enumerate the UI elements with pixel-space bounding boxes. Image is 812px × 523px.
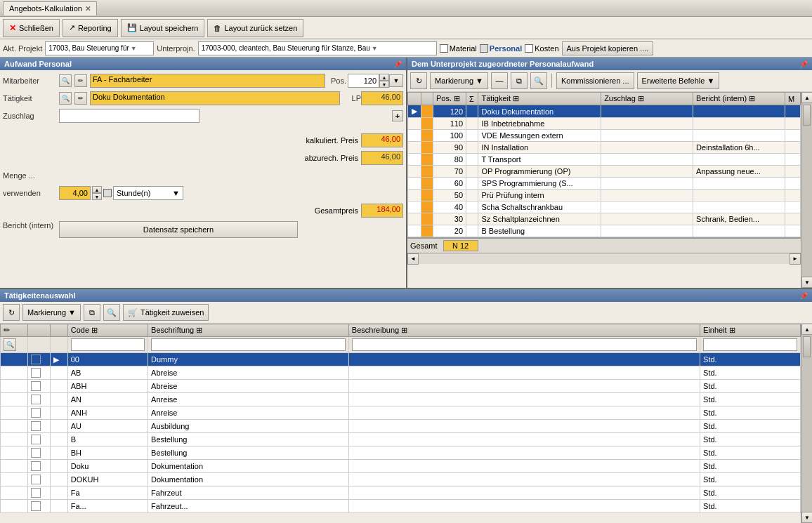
- bottom-grid-row[interactable]: Fa Fahrzeut Std.: [1, 486, 801, 500]
- col-zuschlag-header[interactable]: Zuschlag ⊞: [601, 93, 693, 105]
- mitarbeiter-field[interactable]: FA - Facharbeiter: [90, 74, 325, 88]
- kommissionieren-button[interactable]: Kommissionieren ...: [556, 72, 634, 89]
- bottom-row-checkbox[interactable]: [31, 461, 41, 471]
- personal-checkbox[interactable]: [480, 44, 488, 53]
- bottom-row-checkbox[interactable]: [31, 408, 41, 418]
- taetigkeit-field[interactable]: Doku Dokumentation: [90, 91, 340, 105]
- bottom-row-checkbox[interactable]: [31, 435, 41, 444]
- bottom-row-checkbox[interactable]: [31, 475, 41, 484]
- pos-field[interactable]: [348, 74, 379, 88]
- bottom-row-checkbox[interactable]: [31, 381, 41, 391]
- scroll-left[interactable]: ◄: [407, 253, 419, 265]
- akt-projekt-combo[interactable]: 17003, Bau Steuerung für ▼: [45, 41, 154, 55]
- right-grid-row[interactable]: 70 OP Programmierung (OP) Anpassung neue…: [408, 166, 801, 178]
- bottom-row-checkbox[interactable]: [31, 501, 41, 511]
- scroll-down-btn[interactable]: ▼: [801, 277, 812, 288]
- bottom-grid-row[interactable]: ANH Anreise Std.: [1, 406, 801, 420]
- col-beschreibung-header[interactable]: Beschreibung ⊞: [348, 324, 700, 337]
- bottom-grid-row[interactable]: AB Abreise Std.: [1, 366, 801, 380]
- mitarbeiter-search-icon[interactable]: 🔍: [59, 74, 72, 87]
- scroll-right[interactable]: ►: [790, 253, 801, 265]
- unterproj-combo[interactable]: 17003-000, cleantech, Bau Steuerung für …: [198, 41, 437, 55]
- bottom-markierung-button[interactable]: Markierung ▼: [22, 304, 81, 321]
- bottom-scrollbar-v[interactable]: ▲ ▼: [801, 324, 812, 523]
- mitarbeiter-edit-icon[interactable]: ✏: [74, 74, 87, 87]
- bottom-scroll-down[interactable]: ▼: [801, 512, 812, 523]
- menge-down[interactable]: ▼: [92, 193, 102, 200]
- bottom-grid-row[interactable]: Doku Dokumentation Std.: [1, 460, 801, 473]
- bottom-panel-pin[interactable]: 📌: [799, 292, 808, 300]
- right-panel-pin[interactable]: 📌: [799, 60, 808, 68]
- bottom-row-checkbox[interactable]: [31, 448, 41, 458]
- right-grid-row[interactable]: 60 SPS Programmierung (S...: [408, 178, 801, 190]
- scroll-up-btn[interactable]: ▲: [801, 92, 812, 103]
- right-grid-row[interactable]: 30 Sz Schaltplanzeichnen Schrank, Bedien…: [408, 213, 801, 225]
- datensatz-save-button[interactable]: Datensatz speichern: [59, 221, 298, 238]
- right-grid-row[interactable]: 50 Prü Prüfung intern: [408, 190, 801, 201]
- refresh-button[interactable]: ↻: [410, 72, 427, 89]
- taetigkeit-zuweisen-button[interactable]: 🛒 Tätigkeit zuweisen: [123, 304, 209, 321]
- bottom-scroll-thumb[interactable]: [803, 336, 811, 357]
- aus-projekt-button[interactable]: Aus Projekt kopieren ....: [562, 41, 654, 55]
- copy-button[interactable]: ⧉: [511, 72, 528, 89]
- right-grid-row[interactable]: 110 IB Inbetriebnahme: [408, 118, 801, 130]
- bottom-row-checkbox[interactable]: [31, 395, 41, 404]
- kosten-checkbox[interactable]: [525, 44, 533, 53]
- pos-dropdown[interactable]: ▼: [389, 74, 403, 87]
- menge-field[interactable]: [59, 186, 91, 200]
- col-bericht-header[interactable]: Bericht (intern) ⊞: [693, 93, 785, 105]
- right-scrollbar-v[interactable]: ▲ ▼: [801, 92, 812, 288]
- material-check[interactable]: Material: [440, 44, 477, 53]
- right-grid-row[interactable]: 80 T Transport: [408, 154, 801, 166]
- einheit-combo[interactable]: Stunde(n) ▼: [113, 186, 183, 200]
- markierung-button[interactable]: Markierung ▼: [430, 72, 488, 89]
- pos-spinner[interactable]: ▲ ▼: [379, 74, 389, 88]
- pos-up[interactable]: ▲: [379, 74, 389, 81]
- menge-spinner[interactable]: ▲ ▼: [92, 186, 102, 200]
- einheit-filter-input[interactable]: [703, 338, 797, 351]
- bottom-grid-row[interactable]: Fa... Fahrzeut... Std.: [1, 500, 801, 513]
- title-tab-close[interactable]: ✕: [85, 5, 91, 13]
- right-grid-row[interactable]: 100 VDE Messungen extern: [408, 130, 801, 142]
- bottom-scroll-up[interactable]: ▲: [801, 324, 812, 335]
- right-grid-row[interactable]: ▶ 120 Doku Dokumentation: [408, 105, 801, 118]
- search-button[interactable]: 🔍: [530, 72, 547, 89]
- col-pos-header[interactable]: Pos. ⊞: [433, 93, 466, 105]
- bottom-refresh-button[interactable]: ↻: [3, 304, 20, 321]
- right-scroll-h[interactable]: ◄ ►: [407, 253, 801, 264]
- bottom-grid-row[interactable]: BH Bestellung Std.: [1, 446, 801, 460]
- einheit-checkbox[interactable]: [103, 189, 112, 197]
- bottom-grid-row[interactable]: ▶ 00 Dummy Std.: [1, 353, 801, 366]
- bottom-search-button[interactable]: 🔍: [103, 304, 120, 321]
- menge-up[interactable]: ▲: [92, 186, 102, 193]
- bottom-grid-row[interactable]: ABH Abreise Std.: [1, 380, 801, 393]
- code-filter-input[interactable]: [71, 338, 145, 351]
- col-taetigkeit-header[interactable]: Tätigkeit ⊞: [478, 93, 601, 105]
- bottom-row-checkbox[interactable]: [31, 368, 41, 378]
- title-tab[interactable]: Angebots-Kalkulation ✕: [3, 1, 97, 15]
- zuschlag-add-button[interactable]: +: [392, 110, 403, 121]
- taetigkeit-edit-icon[interactable]: ✏: [74, 92, 87, 105]
- pos-down[interactable]: ▼: [379, 81, 389, 88]
- col-einheit-header[interactable]: Einheit ⊞: [700, 324, 801, 337]
- bottom-grid-row[interactable]: B Bestellung Std.: [1, 433, 801, 446]
- bottom-row-checkbox[interactable]: [31, 488, 41, 498]
- col-sum-header[interactable]: Σ: [466, 93, 478, 105]
- minus-button[interactable]: —: [491, 72, 508, 89]
- zuschlag-field[interactable]: [59, 109, 199, 123]
- personal-check[interactable]: Personal: [480, 44, 522, 53]
- beschriftung-filter-input[interactable]: [151, 338, 346, 351]
- bottom-row-checkbox[interactable]: [31, 355, 41, 364]
- layout-save-button[interactable]: 💾 Layout speichern: [121, 19, 205, 37]
- reporting-button[interactable]: ↗ Reporting: [63, 19, 118, 37]
- bottom-copy-button[interactable]: ⧉: [84, 304, 100, 321]
- bottom-grid-row[interactable]: AN Anreise Std.: [1, 393, 801, 406]
- right-grid-row[interactable]: 20 B Bestellung: [408, 225, 801, 237]
- scroll-thumb[interactable]: [803, 105, 811, 126]
- close-button[interactable]: ✕ Schließen: [3, 19, 60, 37]
- left-panel-pin[interactable]: 📌: [393, 60, 402, 68]
- taetigkeit-search-icon[interactable]: 🔍: [59, 92, 72, 105]
- kosten-check[interactable]: Kosten: [525, 44, 558, 53]
- bottom-grid-row[interactable]: DOKUH Dokumentation Std.: [1, 473, 801, 486]
- bottom-grid-row[interactable]: AU Ausbildung Std.: [1, 420, 801, 433]
